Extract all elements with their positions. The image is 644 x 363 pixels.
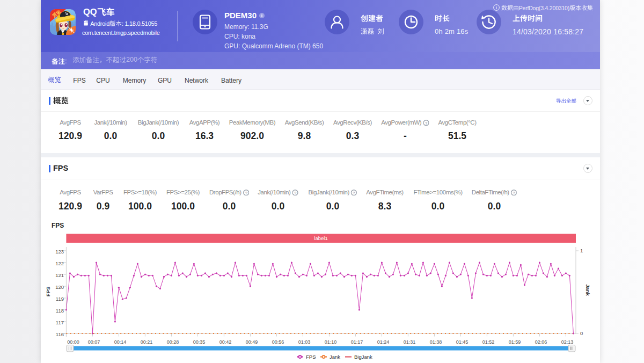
svg-text:Jank: Jank bbox=[330, 354, 340, 360]
svg-text:120: 120 bbox=[55, 284, 64, 290]
svg-text:00:28: 00:28 bbox=[167, 339, 179, 345]
svg-text:01:03: 01:03 bbox=[298, 339, 311, 345]
svg-text:01:10: 01:10 bbox=[325, 339, 337, 345]
svg-text:?: ? bbox=[425, 121, 427, 125]
svg-text:00:49: 00:49 bbox=[246, 339, 258, 345]
svg-text:121: 121 bbox=[55, 272, 64, 278]
svg-text:01:17: 01:17 bbox=[351, 339, 363, 345]
svg-text:0: 0 bbox=[580, 330, 583, 336]
svg-text:01:24: 01:24 bbox=[377, 339, 390, 345]
svg-text:123: 123 bbox=[55, 249, 64, 255]
svg-text:00:42: 00:42 bbox=[219, 339, 232, 345]
svg-text:119: 119 bbox=[56, 296, 64, 302]
svg-text:1: 1 bbox=[580, 248, 583, 253]
svg-text:01:52: 01:52 bbox=[482, 339, 495, 345]
svg-text:01:31: 01:31 bbox=[404, 339, 416, 345]
svg-text:BigJank: BigJank bbox=[354, 354, 372, 360]
svg-text:?: ? bbox=[245, 191, 247, 195]
svg-text:118: 118 bbox=[56, 308, 64, 314]
svg-text:01:45: 01:45 bbox=[456, 339, 469, 345]
svg-text:00:07: 00:07 bbox=[88, 339, 100, 345]
svg-text:label1: label1 bbox=[314, 235, 327, 241]
svg-text:00:14: 00:14 bbox=[114, 339, 127, 345]
svg-text:122: 122 bbox=[55, 260, 64, 266]
svg-text:?: ? bbox=[513, 191, 515, 195]
svg-text:Jank: Jank bbox=[585, 284, 591, 296]
svg-text:01:59: 01:59 bbox=[509, 339, 521, 345]
svg-text:116: 116 bbox=[56, 331, 64, 337]
svg-text:02:06: 02:06 bbox=[535, 339, 547, 345]
svg-text:FPS: FPS bbox=[45, 287, 51, 296]
svg-text:FPS: FPS bbox=[306, 354, 316, 360]
svg-text:117: 117 bbox=[56, 320, 64, 325]
svg-text:00:00: 00:00 bbox=[67, 339, 79, 345]
svg-text:?: ? bbox=[294, 191, 296, 195]
svg-text:02:13: 02:13 bbox=[561, 339, 574, 345]
svg-text:01:38: 01:38 bbox=[430, 339, 442, 345]
svg-text:00:56: 00:56 bbox=[272, 339, 284, 345]
svg-text:?: ? bbox=[353, 191, 355, 195]
svg-text:00:21: 00:21 bbox=[141, 339, 153, 345]
svg-text:00:35: 00:35 bbox=[193, 339, 206, 345]
